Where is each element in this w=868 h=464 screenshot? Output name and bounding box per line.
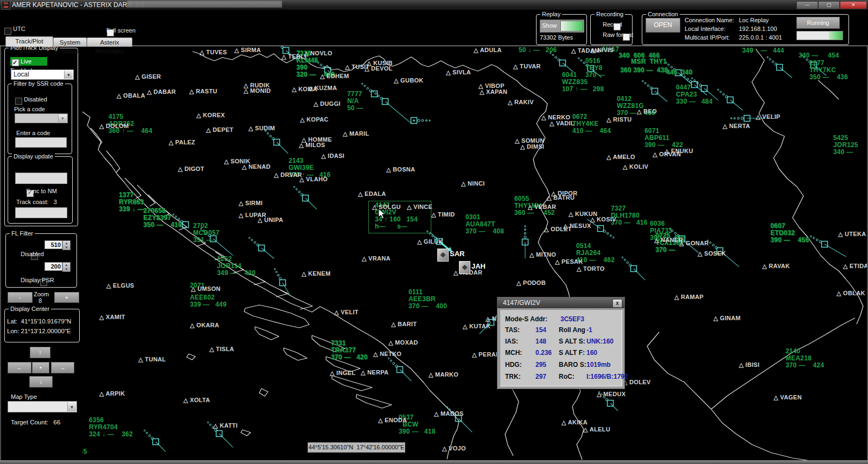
aircraft-track[interactable] (144, 430, 165, 452)
enter-code-input[interactable] (15, 137, 67, 148)
aircraft-track[interactable] (622, 257, 645, 280)
coastline (818, 80, 839, 99)
popup-field-label: S ALT S: (559, 338, 585, 345)
aircraft-label[interactable]: 7327DLH1780370 — 416 (611, 205, 648, 226)
aircraft-label[interactable]: 6071ABP611390 — 422 (644, 128, 683, 149)
replay-slider[interactable]: Show (540, 20, 584, 33)
track-history-dot (373, 91, 374, 92)
aircraft-label[interactable]: 7777N/A50 — (347, 91, 363, 112)
track-history-dot (687, 78, 689, 80)
popup-data-row: Mode-S Addr:3C5EF3 (500, 315, 622, 323)
track-history-dot (694, 80, 695, 81)
ssr-disabled-checkbox[interactable] (15, 98, 22, 105)
aircraft-track[interactable] (293, 186, 317, 209)
aircraft-label[interactable]: 0672THY4KE410 — 464 (572, 113, 611, 135)
map-waypoint-etida: △ ETIDA (843, 263, 868, 270)
map-waypoint-idasi: △ IDASI (321, 152, 344, 160)
aircraft-track[interactable] (550, 52, 573, 72)
aircraft-label[interactable]: 7331TRA377370 — 420 (331, 340, 368, 361)
tab-asterix-messages[interactable]: Asterix Messages (87, 37, 132, 47)
track-history-dot (426, 120, 427, 122)
aircraft-label[interactable]: AEE602339 — 449 (190, 294, 227, 308)
zoom-in-button[interactable]: + (54, 292, 79, 303)
map-type-select[interactable]: ▼ (8, 401, 77, 412)
popup-field-value: -1 (586, 326, 592, 334)
popup-title[interactable]: 4147/GWI2V (497, 297, 624, 308)
pan-left-button[interactable]: ← (8, 362, 31, 373)
aircraft-label[interactable]: 340 — 454 (799, 52, 839, 59)
aircraft-label[interactable]: 349 ↓ — 444 (742, 47, 784, 54)
track-history-dot (671, 66, 673, 68)
aircraft-label[interactable]: 0301AUA847T370 — 408 (465, 214, 504, 235)
aircraft-track[interactable] (767, 56, 792, 78)
aircraft-track[interactable] (411, 118, 431, 124)
app-icon: DARR (2, 1, 10, 10)
aircraft-track[interactable] (522, 226, 528, 258)
map-waypoint-okara: △ OKARA (190, 322, 219, 329)
map-waypoint-alelu: △ ALELU (583, 426, 610, 433)
aircraft-label[interactable]: 0111AEE3BR370 — 400 (409, 289, 447, 310)
popup-field-value: 297 (535, 373, 546, 380)
aircraft-label[interactable]: 1252JOR114349 — 420 (217, 256, 256, 277)
open-button[interactable]: OPEN (646, 18, 680, 33)
popup-close-button[interactable]: x (612, 299, 622, 308)
aircraft-label[interactable]: 360 390 — 438 (620, 67, 668, 74)
track-history-dot (583, 62, 585, 64)
source-select[interactable]: Local▼ (11, 69, 74, 80)
aircraft-detail-popup[interactable]: 4147/GWI2V x Mode-S Addr:3C5EF3TAS:154Ro… (497, 297, 625, 389)
popup-field-value: 160 (586, 349, 597, 357)
aircraft-label[interactable]: MSR THY1 (631, 58, 667, 65)
map-waypoint-mitno: △ MITNO (529, 251, 556, 258)
close-button[interactable]: ✕ (840, 1, 867, 9)
aircraft-track[interactable] (718, 89, 743, 110)
minimize-button[interactable]: — (796, 1, 818, 9)
maximize-button[interactable]: ▢ (818, 1, 840, 9)
track-history-dot (644, 82, 646, 84)
map-waypoint-drvar: △ DRVAR (274, 171, 302, 179)
aircraft-label[interactable]: 0447CPA23330 — 484 (676, 84, 713, 105)
tab-track-plot-display[interactable]: Track/Plot Display (5, 36, 53, 47)
fl-upper-value: 510 (44, 240, 62, 249)
aircraft-label[interactable]: 6356RYR4704324 ↓ — 362 (89, 417, 133, 438)
pan-center-button[interactable]: • (32, 362, 49, 373)
aircraft-label[interactable]: 0516THY8370 — (585, 58, 605, 79)
track-history-dot (362, 83, 363, 84)
aircraft-track[interactable] (810, 236, 846, 257)
aircraft-label[interactable]: 50 ↓ — 206 (519, 47, 557, 54)
track-history-dot (267, 132, 269, 134)
tab-system-status[interactable]: System Status (53, 37, 87, 47)
track-vector (385, 101, 411, 123)
display-update-input[interactable] (15, 173, 67, 184)
aircraft-label[interactable]: 2702MCD057351 — (193, 223, 220, 244)
popup-data-row: HDG:295BARO S:1019mb (500, 361, 622, 368)
aircraft-track[interactable] (265, 130, 288, 154)
enter-code-label: Enter a code (16, 130, 50, 136)
track-history-dot (819, 240, 821, 243)
zoom-out-button[interactable]: - (8, 292, 33, 303)
utc-checkbox[interactable] (4, 28, 11, 35)
aircraft-label[interactable]: 1377RYR863339 ↓ — (119, 192, 144, 213)
aircraft-track[interactable] (373, 91, 411, 123)
fl-upper-spinner[interactable]: 510▲▼ (44, 240, 69, 249)
pan-right-button[interactable]: → (51, 362, 74, 373)
aircraft-label[interactable]: 446 340 (666, 69, 692, 76)
track-history-dot (378, 95, 380, 97)
map-waypoint-moxad: △ MOXAD (388, 339, 418, 346)
pan-down-button[interactable]: ↓ (29, 376, 53, 387)
live-enabled-toggle[interactable]: Live Enabled (10, 57, 47, 66)
map-waypoint-naner: △ NANER (654, 237, 683, 244)
fl-lower-spinner[interactable]: 200▲▼ (44, 262, 69, 271)
aircraft-track[interactable] (388, 358, 411, 381)
aircraft-track[interactable] (362, 83, 378, 97)
running-button[interactable]: Running (796, 17, 840, 29)
aircraft-label[interactable]: 2140MEA218370 — 424 (786, 348, 824, 369)
pan-up-button[interactable]: ↑ (30, 347, 50, 358)
track-coast-input[interactable] (15, 207, 67, 218)
aircraft-label[interactable]: 5425JOR125340 — (833, 135, 858, 156)
map-waypoint-podob: △ PODOB (516, 279, 546, 287)
aircraft-label[interactable]: 0607ETD032390 — 456 (770, 223, 809, 244)
aircraft-label[interactable]: 2277THY7KC350 — 436 (809, 60, 848, 81)
popup-field-label: TRK: (505, 373, 521, 380)
aircraft-label[interactable]: 270658EZY2397350 — 410 (143, 207, 182, 228)
pick-code-select[interactable]: ▼ (15, 113, 68, 123)
